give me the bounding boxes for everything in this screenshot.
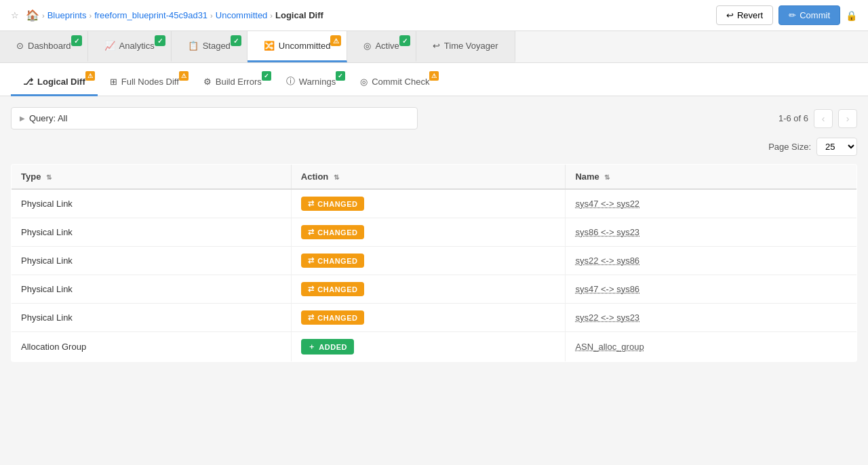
cell-action: ⇄ CHANGED [291,189,566,218]
cell-name[interactable]: sys47 <-> sys22 [566,189,857,218]
subtab-warnings[interactable]: ⓘ Warnings ✓ [274,68,348,96]
action-icon: ⇄ [308,228,315,237]
cell-type: Allocation Group [12,332,292,362]
build-errors-icon: ⚙ [203,77,212,87]
cell-type: Physical Link [12,247,292,275]
commit-button[interactable]: ✏ Commit [778,5,840,25]
cell-name[interactable]: sys22 <-> sys86 [566,247,857,275]
tab-active-label: Active [375,41,399,51]
name-sort-icon: ⇅ [604,174,610,181]
revert-button[interactable]: ↩ Revert [716,5,773,25]
subtab-logical-diff-label: Logical Diff [37,77,85,87]
active-badge: ✓ [399,35,410,46]
revert-label: Revert [737,10,763,20]
subtab-full-nodes-label: Full Nodes Diff [121,77,179,87]
cell-name[interactable]: sys22 <-> sys23 [566,304,857,332]
name-link[interactable]: sys47 <-> sys86 [575,284,639,294]
uncommitted-icon: 🔀 [264,41,275,51]
full-nodes-icon: ⊞ [110,77,117,87]
full-nodes-badge: ⚠ [179,71,189,81]
table-row[interactable]: Physical Link ⇄ CHANGED sys47 <-> sys86 [12,275,857,304]
star-icon[interactable]: ☆ [11,10,19,20]
subtab-logical-diff[interactable]: ⎇ Logical Diff ⚠ [11,68,98,96]
tab-analytics-label: Analytics [119,41,155,51]
warnings-icon: ⓘ [286,75,295,87]
tab-staged[interactable]: 📋 Staged ✓ [172,31,248,62]
table-row[interactable]: Physical Link ⇄ CHANGED sys86 <-> sys23 [12,218,857,247]
pagination-count: 1-6 of 6 [778,113,808,123]
action-label: CHANGED [317,257,357,265]
commit-icon: ✏ [789,10,796,20]
analytics-badge: ✓ [155,35,165,46]
col-type-label: Type [21,171,41,182]
breadcrumb-uncommitted[interactable]: Uncommitted [216,10,268,20]
pagination-prev-button[interactable]: ‹ [814,109,833,128]
cell-name[interactable]: sys47 <-> sys86 [566,275,857,304]
query-bar[interactable]: ▶ Query: All [11,107,418,129]
col-name[interactable]: Name ⇅ [566,165,857,190]
table-header-row: Type ⇅ Action ⇅ Name ⇅ [12,165,857,190]
col-action-label: Action [301,171,328,182]
query-bar-row: ▶ Query: All 1-6 of 6 ‹ › [11,107,857,129]
time-voyager-icon: ↩ [433,41,440,51]
tab-dashboard[interactable]: ⊙ Dashboard ✓ [0,31,88,62]
subtab-build-errors[interactable]: ⚙ Build Errors ✓ [191,68,274,96]
subtab-commit-check[interactable]: ◎ Commit Check ⚠ [348,68,441,96]
main-tabs: ⊙ Dashboard ✓ 📈 Analytics ✓ 📋 Staged ✓ 🔀… [0,31,868,63]
name-link[interactable]: sys22 <-> sys86 [575,256,639,266]
col-type[interactable]: Type ⇅ [12,165,292,190]
subtab-warnings-label: Warnings [299,77,336,87]
table-row[interactable]: Allocation Group ＋ ADDED ASN_alloc_group [12,332,857,362]
staged-badge: ✓ [231,35,241,46]
action-badge: ⇄ CHANGED [301,254,365,268]
cell-action: ⇄ CHANGED [291,218,566,247]
tab-active[interactable]: ◎ Active ✓ [347,31,416,62]
breadcrumb-sep-4: › [270,12,273,20]
breadcrumb-blueprint-name[interactable]: freeform_blueprint-45c9ad31 [94,10,208,20]
cell-action: ⇄ CHANGED [291,275,566,304]
table-row[interactable]: Physical Link ⇄ CHANGED sys47 <-> sys22 [12,189,857,218]
logical-diff-badge: ⚠ [85,71,95,81]
commit-label: Commit [800,10,830,20]
tab-time-voyager[interactable]: ↩ Time Voyager [416,31,515,62]
subtab-full-nodes-diff[interactable]: ⊞ Full Nodes Diff ⚠ [98,68,191,96]
breadcrumb-sep-3: › [210,12,213,20]
action-label: CHANGED [317,314,357,322]
revert-icon: ↩ [726,10,734,20]
tab-uncommitted[interactable]: 🔀 Uncommitted ⚠ [248,31,348,62]
name-link[interactable]: sys86 <-> sys23 [575,227,639,237]
tab-analytics[interactable]: 📈 Analytics ✓ [88,31,172,62]
table-row[interactable]: Physical Link ⇄ CHANGED sys22 <-> sys86 [12,247,857,275]
dashboard-icon: ⊙ [16,41,24,51]
pagination: 1-6 of 6 ‹ › [778,109,857,128]
cell-type: Physical Link [12,275,292,304]
pagination-next-button[interactable]: › [838,109,857,128]
action-label: CHANGED [317,285,357,294]
query-chevron-icon: ▶ [20,115,25,122]
diff-table: Type ⇅ Action ⇅ Name ⇅ Physical Link ⇄ C… [11,164,857,362]
cell-name[interactable]: sys86 <-> sys23 [566,218,857,247]
name-link[interactable]: sys22 <-> sys23 [575,312,639,323]
action-sort-icon: ⇅ [334,174,339,181]
action-label: ADDED [319,343,347,351]
staged-icon: 📋 [188,41,199,51]
commit-check-icon: ◎ [360,77,368,87]
lock-icon: 🔒 [846,10,857,21]
col-action[interactable]: Action ⇅ [291,165,566,190]
action-badge: ＋ ADDED [301,339,354,355]
breadcrumb-blueprints[interactable]: Blueprints [47,10,87,20]
breadcrumb-current: Logical Diff [275,10,323,20]
action-label: CHANGED [317,228,357,237]
sub-tabs: ⎇ Logical Diff ⚠ ⊞ Full Nodes Diff ⚠ ⚙ B… [0,63,868,96]
table-row[interactable]: Physical Link ⇄ CHANGED sys22 <-> sys23 [12,304,857,332]
action-badge: ⇄ CHANGED [301,282,365,296]
name-link[interactable]: sys47 <-> sys22 [575,199,639,209]
action-icon: ⇄ [308,285,315,294]
cell-action: ⇄ CHANGED [291,247,566,275]
page-size-select[interactable]: 10 25 50 100 [816,138,857,156]
logical-diff-icon: ⎇ [23,77,33,87]
home-icon[interactable]: 🏠 [26,9,39,22]
cell-name[interactable]: ASN_alloc_group [566,332,857,362]
name-link[interactable]: ASN_alloc_group [575,342,644,352]
cell-action: ＋ ADDED [291,332,566,362]
